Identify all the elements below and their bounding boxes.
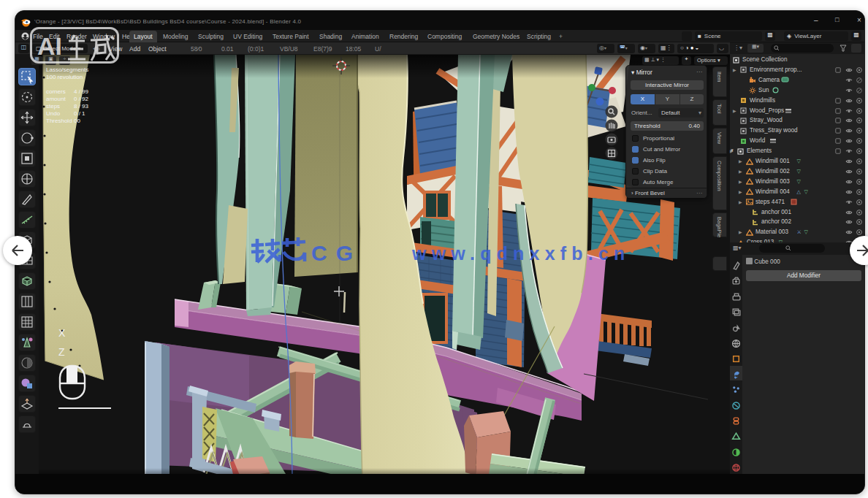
svg-text:100 revolution: 100 revolution xyxy=(46,74,83,80)
svg-text:Threshold: Threshold xyxy=(46,118,72,124)
svg-text:00: 00 xyxy=(74,118,80,124)
svg-text:X: X xyxy=(58,327,66,339)
svg-text:www.qdnxxfb.cn: www.qdnxxfb.cn xyxy=(411,243,631,264)
svg-text:Z: Z xyxy=(58,346,65,358)
svg-text:4 / 99: 4 / 99 xyxy=(74,88,89,95)
svg-text:0 / 92: 0 / 92 xyxy=(74,96,89,102)
svg-text:Undo: Undo xyxy=(46,110,61,117)
svg-text:amount: amount xyxy=(46,96,66,102)
svg-text:corners: corners xyxy=(46,88,66,95)
svg-text:0 / 1: 0 / 1 xyxy=(74,110,85,117)
svg-text:CG: CG xyxy=(311,241,362,265)
svg-text:Lasso/segments: Lasso/segments xyxy=(46,66,88,73)
svg-text:8 / 93: 8 / 93 xyxy=(74,103,89,110)
svg-text:steps: steps xyxy=(46,103,60,110)
